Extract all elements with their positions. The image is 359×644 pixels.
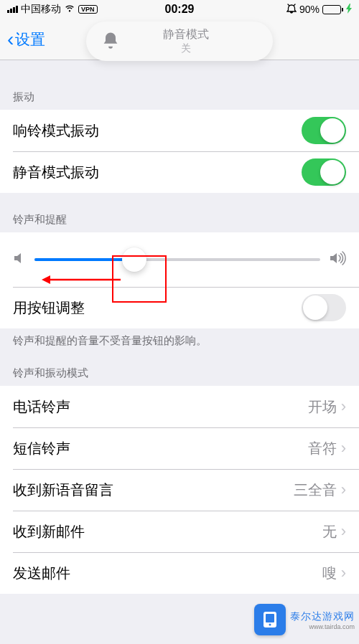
row-ringtone[interactable]: 电话铃声 开场 › bbox=[0, 386, 359, 427]
chevron-right-icon: › bbox=[341, 480, 346, 499]
watermark-url: www.tairda.com bbox=[290, 623, 355, 630]
watermark: 泰尔达游戏网 www.tairda.com bbox=[254, 604, 355, 635]
ring-vibrate-label: 响铃模式振动 bbox=[13, 121, 99, 141]
volume-high-icon bbox=[329, 251, 346, 268]
newmail-value: 无 bbox=[322, 522, 337, 541]
chevron-right-icon: › bbox=[341, 397, 346, 416]
alarm-icon bbox=[286, 4, 297, 16]
status-left: 中国移动 VPN bbox=[7, 3, 98, 16]
volume-low-icon bbox=[13, 251, 26, 268]
row-ring-vibrate[interactable]: 响铃模式振动 bbox=[0, 110, 359, 151]
sentmail-label: 发送邮件 bbox=[13, 564, 70, 583]
svg-rect-3 bbox=[266, 614, 274, 622]
change-with-buttons-toggle[interactable] bbox=[302, 294, 346, 321]
signal-icon bbox=[7, 6, 18, 13]
silent-vibrate-label: 静音模式振动 bbox=[13, 163, 99, 182]
vpn-badge: VPN bbox=[78, 5, 98, 14]
chevron-right-icon: › bbox=[341, 522, 346, 541]
row-change-with-buttons[interactable]: 用按钮调整 bbox=[0, 287, 359, 328]
charging-icon bbox=[346, 4, 352, 16]
chevron-left-icon: ‹ bbox=[7, 29, 14, 49]
hud-subtitle: 关 bbox=[181, 42, 191, 55]
ringer-footer-note: 铃声和提醒的音量不受音量按钮的影响。 bbox=[0, 328, 359, 354]
sentmail-value: 嗖 bbox=[322, 564, 337, 583]
carrier-label: 中国移动 bbox=[21, 3, 61, 16]
svg-point-4 bbox=[269, 624, 271, 626]
newmail-label: 收到新邮件 bbox=[13, 522, 85, 541]
row-silent-vibrate[interactable]: 静音模式振动 bbox=[0, 151, 359, 193]
voicemail-value: 三全音 bbox=[294, 480, 337, 500]
watermark-text: 泰尔达游戏网 bbox=[290, 610, 355, 622]
section-header-patterns: 铃声和振动模式 bbox=[0, 354, 359, 386]
status-bar: 中国移动 VPN 00:29 90% bbox=[0, 0, 359, 19]
silent-mode-hud: 静音模式 关 bbox=[86, 22, 273, 61]
silent-vibrate-toggle[interactable] bbox=[302, 158, 346, 186]
texttone-label: 短信铃声 bbox=[13, 439, 70, 458]
battery-icon bbox=[322, 5, 343, 14]
texttone-value: 音符 bbox=[308, 439, 337, 458]
back-button[interactable]: ‹ 设置 bbox=[7, 29, 45, 49]
row-newmail[interactable]: 收到新邮件 无 › bbox=[0, 511, 359, 552]
volume-slider-row bbox=[0, 232, 359, 287]
change-with-buttons-label: 用按钮调整 bbox=[13, 298, 85, 318]
ringtone-label: 电话铃声 bbox=[13, 397, 70, 417]
row-texttone[interactable]: 短信铃声 音符 › bbox=[0, 427, 359, 469]
volume-slider[interactable] bbox=[34, 258, 320, 261]
slider-fill bbox=[34, 258, 134, 261]
row-sentmail[interactable]: 发送邮件 嗖 › bbox=[0, 552, 359, 594]
voicemail-label: 收到新语音留言 bbox=[13, 480, 113, 500]
section-header-vibrate: 振动 bbox=[0, 60, 359, 110]
ringtone-value: 开场 bbox=[308, 397, 337, 417]
watermark-logo bbox=[254, 604, 286, 635]
clock: 00:29 bbox=[165, 3, 195, 16]
battery-percent: 90% bbox=[299, 4, 320, 15]
back-label: 设置 bbox=[15, 29, 45, 49]
slider-thumb[interactable] bbox=[122, 247, 146, 272]
ring-vibrate-toggle[interactable] bbox=[302, 117, 346, 144]
hud-title: 静音模式 bbox=[163, 27, 209, 42]
chevron-right-icon: › bbox=[341, 439, 346, 458]
bell-icon bbox=[101, 30, 121, 53]
status-right: 90% bbox=[286, 4, 352, 16]
section-header-ringer: 铃声和提醒 bbox=[0, 193, 359, 232]
row-voicemail[interactable]: 收到新语音留言 三全音 › bbox=[0, 469, 359, 511]
chevron-right-icon: › bbox=[341, 564, 346, 582]
wifi-icon bbox=[64, 4, 75, 15]
